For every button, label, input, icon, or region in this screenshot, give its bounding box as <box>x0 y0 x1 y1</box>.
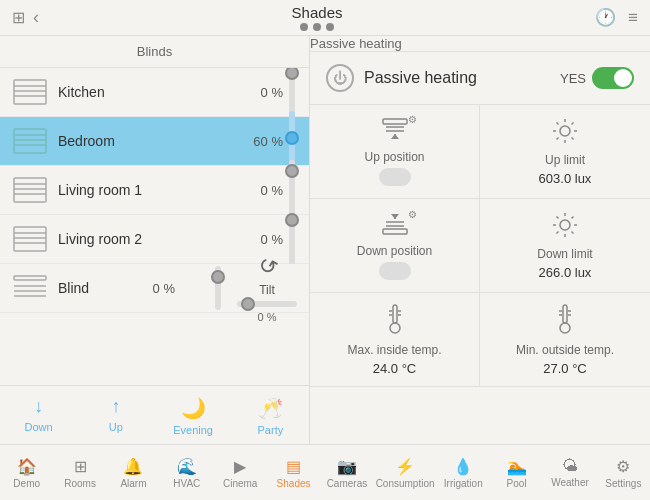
evening-icon: 🌙 <box>181 396 206 420</box>
min-outside-temp-label: Min. outside temp. <box>516 343 614 357</box>
up-limit-label: Up limit <box>545 153 585 167</box>
blind-percent-kitchen: 0 % <box>261 85 283 100</box>
nav-item-irrigation[interactable]: 💧 Irrigation <box>437 445 490 500</box>
nav-item-demo[interactable]: 🏠 Demo <box>0 445 53 500</box>
alarm-icon: 🔔 <box>123 457 143 476</box>
scene-party-label: Party <box>258 424 284 436</box>
power-icon: ⏻ <box>326 64 354 92</box>
svg-line-44 <box>557 217 559 219</box>
down-position-icon-wrap: ⚙ <box>381 212 409 240</box>
nav-item-cameras[interactable]: 📷 Cameras <box>320 445 373 500</box>
dot-3 <box>326 23 334 31</box>
up-position-label: Up position <box>364 150 424 164</box>
down-position-label: Down position <box>357 244 432 258</box>
blind-percent-blind: 0 % <box>153 281 175 296</box>
blinds-list: Kitchen 0 % Bedroom 60 % <box>0 68 309 385</box>
up-position-icon <box>381 117 409 146</box>
down-limit-label: Down limit <box>537 247 592 261</box>
down-position-pill[interactable] <box>379 262 411 280</box>
min-outside-temp-icon-wrap <box>554 303 576 339</box>
pool-icon: 🏊 <box>507 457 527 476</box>
main-content: Blinds Kitchen 0 % Bedroom 60 % <box>0 36 650 444</box>
blind-name-kitchen: Kitchen <box>58 84 261 100</box>
scene-down-label: Down <box>25 421 53 433</box>
tilt-value: 0 % <box>258 311 277 323</box>
tilt-h-thumb <box>241 297 255 311</box>
down-icon: ↓ <box>34 396 43 417</box>
svg-rect-34 <box>383 229 407 234</box>
nav-item-shades[interactable]: ▤ Shades <box>267 445 320 500</box>
top-bar: ⊞ ‹ Shades 🕐 ≡ <box>0 0 650 36</box>
toggle-label: YES <box>560 71 586 86</box>
nav-item-hvac[interactable]: 🌊 HVAC <box>160 445 213 500</box>
shades-icon: ▤ <box>286 457 301 476</box>
nav-label-pool: Pool <box>507 478 527 489</box>
nav-label-shades: Shades <box>277 478 311 489</box>
nav-item-weather[interactable]: 🌤 Weather <box>543 445 596 500</box>
back-button[interactable]: ‹ <box>33 7 39 28</box>
blind-icon-kitchen <box>12 78 48 106</box>
tilt-label: Tilt <box>259 283 275 297</box>
nav-label-weather: Weather <box>551 477 589 488</box>
heating-title: Passive heating <box>364 69 550 87</box>
svg-line-45 <box>572 232 574 234</box>
up-position-pill[interactable] <box>379 168 411 186</box>
down-limit-icon-wrap <box>551 211 579 243</box>
tilt-icon: ↺ <box>253 250 282 282</box>
up-position-icon-wrap: ⚙ <box>381 117 409 146</box>
nav-item-pool[interactable]: 🏊 Pool <box>490 445 543 500</box>
blind-item-blind[interactable]: Blind 0 % ↺ Tilt 0 % <box>0 264 309 313</box>
svg-line-33 <box>557 138 559 140</box>
up-position-gear-icon: ⚙ <box>408 114 417 125</box>
blinds-panel: Blinds Kitchen 0 % Bedroom 60 % <box>0 36 310 444</box>
top-bar-left: ⊞ ‹ <box>12 7 39 28</box>
scene-party-button[interactable]: 🥂 Party <box>232 386 309 444</box>
nav-item-settings[interactable]: ⚙ Settings <box>597 445 650 500</box>
heating-cell-up-limit: Up limit 603.0 lux <box>480 105 650 199</box>
hvac-icon: 🌊 <box>177 457 197 476</box>
nav-item-cinema[interactable]: ▶ Cinema <box>214 445 267 500</box>
svg-line-30 <box>557 123 559 125</box>
scene-down-button[interactable]: ↓ Down <box>0 386 77 444</box>
blind-thumb-bedroom <box>285 131 299 145</box>
scene-up-label: Up <box>109 421 123 433</box>
down-position-icon <box>381 212 409 240</box>
nav-item-rooms[interactable]: ⊞ Rooms <box>53 445 106 500</box>
blind-percent-livingroom1: 0 % <box>261 183 283 198</box>
blind-name-livingroom2: Living room 2 <box>58 231 261 247</box>
menu-icon[interactable]: ≡ <box>628 8 638 28</box>
svg-rect-48 <box>393 305 397 323</box>
history-icon[interactable]: 🕐 <box>595 7 616 28</box>
v-track[interactable] <box>215 266 221 310</box>
svg-point-39 <box>560 220 570 230</box>
svg-marker-38 <box>391 214 399 219</box>
blind-icon-livingroom2 <box>12 225 48 253</box>
grid-icon[interactable]: ⊞ <box>12 8 25 27</box>
svg-line-47 <box>557 232 559 234</box>
svg-rect-54 <box>563 305 567 323</box>
max-inside-temp-label: Max. inside temp. <box>347 343 441 357</box>
svg-point-25 <box>560 126 570 136</box>
max-inside-temp-icon-wrap <box>384 303 406 339</box>
max-inside-temp-value: 24.0 °C <box>373 361 417 376</box>
min-outside-temp-value: 27.0 °C <box>543 361 587 376</box>
scene-evening-button[interactable]: 🌙 Evening <box>155 386 232 444</box>
toggle-switch[interactable] <box>592 67 634 89</box>
settings-icon: ⚙ <box>616 457 630 476</box>
nav-label-demo: Demo <box>13 478 40 489</box>
dot-2 <box>313 23 321 31</box>
scene-buttons: ↓ Down ↑ Up 🌙 Evening 🥂 Party <box>0 385 309 444</box>
tilt-h-track[interactable] <box>237 301 297 307</box>
up-icon: ↑ <box>111 396 120 417</box>
blind-item-bedroom[interactable]: Bedroom 60 % <box>0 117 309 166</box>
scene-up-button[interactable]: ↑ Up <box>77 386 154 444</box>
bottom-nav: 🏠 Demo ⊞ Rooms 🔔 Alarm 🌊 HVAC ▶ Cinema ▤… <box>0 444 650 500</box>
nav-item-consumption[interactable]: ⚡ Consumption <box>374 445 437 500</box>
heating-cell-up-position: ⚙ Up position <box>310 105 480 199</box>
vertical-slider-blind <box>215 266 221 310</box>
blind-item-kitchen[interactable]: Kitchen 0 % <box>0 68 309 117</box>
weather-icon: 🌤 <box>562 457 578 475</box>
blind-item-livingroom1[interactable]: Living room 1 0 % <box>0 166 309 215</box>
nav-item-alarm[interactable]: 🔔 Alarm <box>107 445 160 500</box>
nav-label-consumption: Consumption <box>376 478 435 489</box>
